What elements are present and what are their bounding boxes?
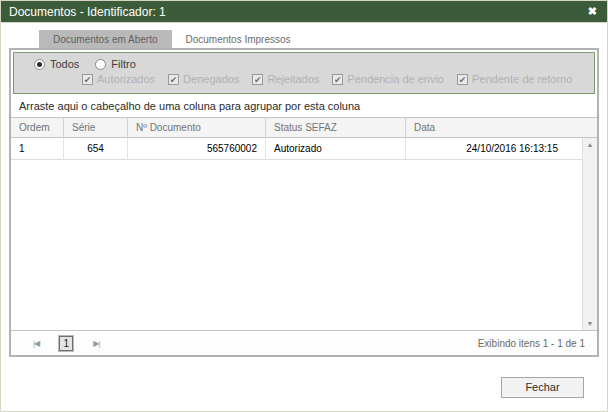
checkbox-checked-icon: ✔	[168, 74, 179, 85]
checkbox-rejeitados[interactable]: ✔ Rejeitados	[252, 73, 319, 85]
table-row[interactable]: 1 654 565760002 Autorizado 24/10/2016 16…	[11, 138, 582, 160]
checkbox-label: Denegados	[183, 73, 239, 85]
cell-no-documento: 565760002	[128, 138, 266, 160]
col-header-data[interactable]: Data	[406, 118, 597, 138]
radio-todos[interactable]: Todos	[34, 58, 79, 70]
col-header-serie[interactable]: Série	[64, 118, 128, 138]
checkbox-checked-icon: ✔	[457, 74, 468, 85]
radio-filtro-label: Filtro	[111, 58, 135, 70]
scroll-down-icon[interactable]: ▼	[583, 320, 597, 327]
scroll-up-icon[interactable]: ▲	[583, 141, 597, 148]
col-header-status-sefaz[interactable]: Status SEFAZ	[266, 118, 406, 138]
radio-filtro[interactable]: Filtro	[95, 58, 135, 70]
cell-data: 24/10/2016 16:13:15	[406, 138, 582, 160]
pager-bar: |◀ 1 ▶| Exibindo itens 1 - 1 de 1	[11, 330, 597, 355]
checkbox-denegados[interactable]: ✔ Denegados	[168, 73, 239, 85]
filter-checkbox-row: ✔ Autorizados ✔ Denegados ✔ Rejeitados ✔…	[34, 73, 594, 85]
checkbox-checked-icon: ✔	[82, 74, 93, 85]
checkbox-checked-icon: ✔	[332, 74, 343, 85]
checkbox-pendencia-de-envio[interactable]: ✔ Pendencia de envio	[332, 73, 444, 85]
radio-todos-label: Todos	[50, 58, 79, 70]
checkbox-label: Pendencia de envio	[347, 73, 444, 85]
checkbox-pendente-de-retorno[interactable]: ✔ Pendente de retorno	[457, 73, 572, 85]
title-bar: Documentos - Identificador: 1 ✖	[1, 1, 607, 23]
close-icon[interactable]: ✖	[578, 5, 607, 18]
checkbox-checked-icon: ✔	[252, 74, 263, 85]
cell-serie: 654	[64, 138, 128, 160]
dialog-title: Documentos - Identificador: 1	[1, 5, 578, 19]
fechar-button[interactable]: Fechar	[501, 377, 584, 398]
checkbox-label: Autorizados	[97, 73, 155, 85]
tab-documentos-impressos[interactable]: Documentos Impressos	[172, 30, 305, 48]
cell-status-sefaz: Autorizado	[266, 138, 406, 160]
grid-body: 1 654 565760002 Autorizado 24/10/2016 16…	[11, 138, 597, 330]
content-frame: Todos Filtro ✔ Autorizados ✔ Denegados ✔	[9, 48, 599, 357]
checkbox-autorizados[interactable]: ✔ Autorizados	[82, 73, 155, 85]
documents-dialog: Documentos - Identificador: 1 ✖ Document…	[0, 0, 608, 412]
checkbox-label: Rejeitados	[267, 73, 319, 85]
col-header-no-documento[interactable]: Nº Documento	[128, 118, 266, 138]
group-by-drop-zone[interactable]: Arraste aqui o cabeçalho de uma coluna p…	[11, 96, 597, 118]
filter-radio-row: Todos Filtro	[34, 58, 594, 70]
checkbox-label: Pendente de retorno	[472, 73, 572, 85]
first-page-icon[interactable]: |◀	[33, 339, 39, 348]
tab-strip: Documentos em Aberto Documentos Impresso…	[39, 30, 305, 48]
pager-status: Exibindo itens 1 - 1 de 1	[478, 338, 585, 349]
radio-todos-icon	[34, 59, 45, 70]
cell-ordem: 1	[11, 138, 64, 160]
page-number-button[interactable]: 1	[59, 336, 73, 351]
vertical-scrollbar[interactable]: ▲ ▼	[582, 138, 597, 330]
last-page-icon[interactable]: ▶|	[93, 339, 99, 348]
radio-filtro-icon	[95, 59, 106, 70]
col-header-ordem[interactable]: Ordem	[11, 118, 64, 138]
filter-panel: Todos Filtro ✔ Autorizados ✔ Denegados ✔	[13, 52, 595, 94]
tab-documentos-em-aberto[interactable]: Documentos em Aberto	[39, 30, 172, 48]
grid-header: Ordem Série Nº Documento Status SEFAZ Da…	[11, 118, 597, 138]
